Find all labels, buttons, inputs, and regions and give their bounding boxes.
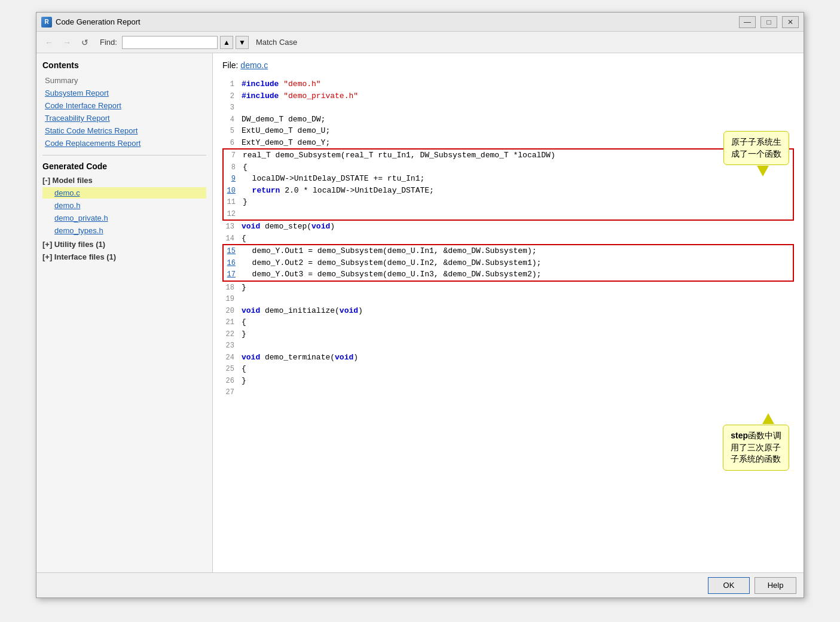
line-num-11: 11 — [224, 197, 243, 208]
static-code-metrics-link[interactable]: Static Code Metrics Report — [42, 125, 206, 136]
line-num-15[interactable]: 15 — [224, 246, 243, 257]
code-line-16: 16 demo_Y.Out2 = demo_Subsystem(demo_U.I… — [224, 257, 793, 269]
code-line-13: 13 void demo_step(void) — [222, 221, 794, 233]
line-content-9: localDW->UnitDelay_DSTATE += rtu_In1; — [243, 173, 424, 185]
line-content-13: void demo_step(void) — [242, 221, 335, 233]
file-item-demo-h[interactable]: demo.h — [42, 200, 206, 211]
code-line-3: 3 — [222, 102, 794, 114]
file-heading: File: demo.c — [222, 60, 794, 70]
file-item-demo-c[interactable]: demo.c — [42, 187, 206, 199]
line-num-16[interactable]: 16 — [224, 258, 243, 269]
callout-1-arrow — [757, 166, 769, 176]
line-content-11: } — [243, 196, 248, 208]
find-input[interactable] — [122, 36, 218, 49]
line-num-10[interactable]: 10 — [224, 185, 243, 196]
file-item-demo-types-h[interactable]: demo_types.h — [42, 225, 206, 236]
close-button[interactable]: ✕ — [782, 16, 799, 28]
file-link-demo-private-h[interactable]: demo_private.h — [54, 214, 108, 222]
line-content-24: void demo_terminate(void) — [242, 352, 358, 364]
callout-1-text: 原子子系统生成了一个函数 — [731, 137, 781, 158]
titlebar: R Code Generation Report — □ ✕ — [36, 13, 804, 32]
window-controls: — □ ✕ — [739, 16, 799, 28]
interface-files-label[interactable]: [+] Interface files (1) — [42, 252, 206, 261]
line-content-15: demo_Y.Out1 = demo_Subsystem(demo_U.In1,… — [243, 245, 536, 257]
main-window: R Code Generation Report — □ ✕ ← → ↺ Fin… — [36, 12, 804, 598]
file-item-demo-private-h[interactable]: demo_private.h — [42, 212, 206, 224]
code-line-18: 18 } — [222, 282, 794, 294]
code-line-26: 26 } — [222, 375, 794, 387]
line-num-9[interactable]: 9 — [224, 173, 243, 184]
app-icon: R — [41, 17, 52, 28]
line-content-1: #include "demo.h" — [242, 78, 321, 90]
code-line-2: 2 #include "demo_private.h" — [222, 90, 794, 102]
line-num-19: 19 — [222, 294, 242, 304]
callout-1: 原子子系统生成了一个函数 — [723, 131, 789, 165]
line-num-13: 13 — [222, 221, 242, 232]
line-num-27: 27 — [222, 387, 242, 398]
line-num-20: 20 — [222, 306, 242, 316]
code-block: 1 #include "demo.h" 2 #include "demo_pri… — [222, 78, 794, 398]
code-line-10: 10 return 2.0 * localDW->UnitDelay_DSTAT… — [224, 185, 793, 197]
refresh-button[interactable]: ↺ — [77, 35, 93, 50]
line-content-3 — [242, 102, 246, 114]
line-num-25: 25 — [222, 364, 242, 374]
line-num-12: 12 — [224, 209, 243, 219]
file-name-link[interactable]: demo.c — [240, 60, 268, 70]
traceability-report-link[interactable]: Traceability Report — [42, 112, 206, 124]
code-line-1: 1 #include "demo.h" — [222, 78, 794, 90]
match-case-label: Match Case — [256, 38, 297, 47]
line-content-17: demo_Y.Out3 = demo_Subsystem(demo_U.In3,… — [243, 269, 541, 280]
line-num-7: 7 — [224, 150, 243, 161]
ok-button[interactable]: OK — [708, 577, 750, 594]
utility-files-label[interactable]: [+] Utility files (1) — [42, 240, 206, 249]
code-line-24: 24 void demo_terminate(void) — [222, 352, 794, 364]
code-line-15: 15 demo_Y.Out1 = demo_Subsystem(demo_U.I… — [224, 245, 793, 257]
maximize-button[interactable]: □ — [760, 16, 777, 28]
callout-2-arrow — [762, 413, 774, 424]
code-line-20: 20 void demo_initialize(void) — [222, 305, 794, 317]
line-num-17[interactable]: 17 — [224, 269, 243, 280]
help-button[interactable]: Help — [755, 577, 796, 594]
file-link-demo-h[interactable]: demo.h — [54, 201, 80, 210]
minimize-button[interactable]: — — [739, 16, 756, 28]
code-line-27: 27 — [222, 386, 794, 398]
subsystem-report-link[interactable]: Subsystem Report — [42, 87, 206, 99]
line-num-14: 14 — [222, 233, 242, 244]
file-link-demo-c[interactable]: demo.c — [54, 188, 80, 197]
line-content-22: } — [242, 328, 246, 340]
line-num-21: 21 — [222, 317, 242, 328]
code-line-17: 17 demo_Y.Out3 = demo_Subsystem(demo_U.I… — [224, 269, 793, 280]
find-prev-button[interactable]: ▲ — [220, 36, 233, 49]
line-content-14: { — [242, 233, 246, 245]
find-next-button[interactable]: ▼ — [236, 36, 249, 49]
line-content-6: ExtY_demo_T demo_Y; — [242, 137, 330, 149]
line-content-25: { — [242, 363, 246, 375]
red-box-2: 15 demo_Y.Out1 = demo_Subsystem(demo_U.I… — [222, 244, 794, 282]
summary-link[interactable]: Summary — [42, 75, 206, 86]
line-content-27 — [242, 386, 246, 398]
line-num-3: 3 — [222, 102, 242, 113]
line-content-2: #include "demo_private.h" — [242, 90, 358, 102]
code-interface-report-link[interactable]: Code Interface Report — [42, 100, 206, 111]
back-button[interactable]: ← — [41, 35, 57, 50]
contents-title: Contents — [42, 60, 206, 70]
forward-button[interactable]: → — [59, 35, 75, 50]
file-link-demo-types-h[interactable]: demo_types.h — [54, 226, 103, 235]
line-num-26: 26 — [222, 376, 242, 386]
code-line-11: 11 } — [224, 196, 793, 208]
line-num-6: 6 — [222, 138, 242, 148]
sidebar: Contents Summary Subsystem Report Code I… — [36, 53, 213, 572]
code-line-7: 7 real_T demo_Subsystem(real_T rtu_In1, … — [224, 150, 793, 161]
line-content-18: } — [242, 282, 246, 294]
code-line-12: 12 — [224, 208, 793, 220]
line-content-12 — [243, 208, 248, 220]
line-num-2: 2 — [222, 91, 242, 102]
line-num-5: 5 — [222, 126, 242, 136]
code-line-25: 25 { — [222, 363, 794, 375]
code-replacements-link[interactable]: Code Replacements Report — [42, 138, 206, 149]
line-content-4: DW_demo_T demo_DW; — [242, 114, 325, 126]
model-files-label[interactable]: [-] Model files — [42, 176, 206, 185]
line-content-10: return 2.0 * localDW->UnitDelay_DSTATE; — [243, 185, 434, 197]
line-num-4: 4 — [222, 114, 242, 125]
code-line-4: 4 DW_demo_T demo_DW; — [222, 114, 794, 126]
